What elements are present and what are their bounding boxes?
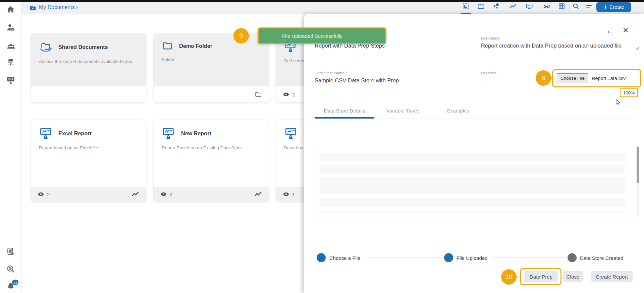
create-button-label: Create	[609, 4, 624, 10]
data-store-name-value[interactable]: Sample CSV Data Store with Prep	[315, 77, 473, 87]
step-label-file-uploaded: File Uploaded	[457, 255, 488, 261]
tab-variable-types[interactable]: Variable Types	[374, 105, 431, 119]
views-count: 2	[283, 91, 295, 98]
bubble-chart-icon[interactable]	[492, 2, 500, 10]
success-toast: File Uploaded Successfully	[258, 27, 386, 44]
eye-icon	[283, 91, 289, 98]
step-dot-data-store-created: ✓	[568, 253, 577, 262]
presentation-icon[interactable]	[525, 2, 533, 10]
data-prep-button[interactable]: Data Prep	[524, 271, 558, 282]
zoom-level-badge: 100%	[620, 88, 638, 97]
line-chart-icon[interactable]	[509, 2, 517, 10]
grid-icon[interactable]	[558, 2, 566, 10]
close-icon[interactable]: ✕	[623, 27, 629, 34]
search-icon[interactable]	[572, 2, 580, 10]
skeleton-row	[320, 164, 625, 173]
card-excel-report[interactable]: Excel Report Report based on an Excel fi…	[31, 120, 146, 202]
description-field-value[interactable]: Report creation with Data Prep based on …	[481, 43, 639, 52]
step-label-data-store-created: Data Store Created	[580, 255, 623, 261]
breadcrumb-label[interactable]: My Documents	[39, 4, 75, 10]
back-arrow-icon[interactable]: ←	[606, 26, 614, 35]
step-dot-choose-a-file: ✓	[317, 253, 326, 262]
scrollbar-thumb[interactable]	[637, 147, 639, 183]
home-icon[interactable]	[6, 5, 15, 14]
card-header: New Report	[154, 120, 269, 140]
dashboard-select-icon[interactable]	[462, 2, 470, 10]
card-footer	[31, 86, 146, 102]
step-connector	[492, 258, 567, 258]
user-settings-icon[interactable]	[6, 23, 15, 32]
eye-icon	[283, 191, 289, 198]
description-field[interactable]: Description Report creation with Data Pr…	[481, 36, 639, 52]
card-header: Excel Report	[31, 120, 146, 140]
data-store-name-field[interactable]: Data Store Name * Sample CSV Data Store …	[315, 71, 473, 87]
card-title: New Report	[181, 130, 211, 137]
audit-log-icon[interactable]	[6, 247, 15, 256]
card-description: Report Based on an Existing Data Store	[154, 144, 269, 152]
panel-tabs: Data Store Details Variable Types Exampl…	[315, 105, 636, 119]
folder-icon	[162, 40, 173, 52]
folder-dropdown-icon[interactable]	[29, 4, 37, 12]
card-title: Excel Report	[58, 130, 92, 137]
line-chart-icon[interactable]	[131, 190, 139, 198]
data-store-name-label: Data Store Name *	[315, 71, 473, 75]
card-demo-folder[interactable]: Demo Folder Folder	[154, 33, 269, 102]
folder-icon[interactable]	[477, 2, 485, 10]
card-footer: 2	[31, 187, 146, 202]
description-field-label: Description	[481, 36, 639, 40]
views-count: 2	[160, 191, 172, 198]
views-count: 2	[38, 191, 50, 198]
card-description: Report based on an Excel file	[31, 144, 146, 152]
sort-icon[interactable]	[585, 2, 593, 10]
data-stores-icon[interactable]	[6, 58, 15, 67]
data-store-details-content	[315, 146, 636, 217]
tab-examples[interactable]: Examples	[431, 105, 485, 119]
eye-icon	[38, 191, 44, 198]
resize-handle-icon[interactable]	[636, 47, 639, 50]
annotation-bubble-9: 9	[233, 28, 249, 44]
choose-file-button[interactable]: Choose File	[557, 73, 588, 83]
skeleton-row	[320, 211, 625, 214]
check-icon: ✓	[570, 255, 574, 260]
toolbar-divider	[569, 4, 570, 10]
report-icon	[39, 127, 52, 140]
views-count: 1	[283, 191, 295, 198]
plus-icon: +	[603, 4, 607, 10]
card-header: Shared Documents	[31, 33, 146, 54]
tab-data-store-details[interactable]: Data Store Details	[315, 105, 374, 119]
card-shared-documents[interactable]: Shared Documents Access the shared docum…	[31, 33, 146, 102]
data-search-icon[interactable]	[6, 265, 15, 274]
step-label-choose-a-file: Choose a File	[329, 255, 361, 261]
card-title: Demo Folder	[179, 43, 212, 49]
breadcrumb-chevron-icon: ›	[76, 4, 78, 10]
card-description: Access the shared documents available to…	[31, 58, 146, 65]
line-chart-icon[interactable]	[254, 190, 262, 198]
card-title: Shared Documents	[58, 44, 108, 50]
folder-icon[interactable]	[255, 91, 262, 98]
card-footer: 2	[154, 187, 269, 202]
mouse-cursor	[616, 99, 621, 106]
eye-icon	[160, 191, 167, 198]
link-icon[interactable]	[543, 2, 551, 10]
skeleton-row	[320, 198, 625, 207]
report-icon	[284, 127, 298, 140]
report-icon	[162, 127, 175, 140]
create-button[interactable]: +Create	[596, 2, 631, 12]
breadcrumb[interactable]: My Documents ›	[39, 4, 78, 10]
user-groups-icon[interactable]	[6, 42, 16, 52]
skeleton-row	[320, 153, 625, 161]
shared-documents-icon	[39, 40, 52, 54]
annotation-bubble-10: 10	[501, 269, 517, 285]
check-icon: ✓	[447, 255, 450, 260]
reports-icon[interactable]	[6, 76, 15, 85]
close-button[interactable]: Close	[563, 271, 583, 282]
notification-badge: 23	[12, 280, 18, 285]
window-top-strip	[0, 0, 644, 2]
uploaded-filename: Report...ata.csv	[592, 76, 626, 81]
step-dot-file-uploaded: ✓	[444, 253, 453, 262]
step-connector	[368, 258, 443, 258]
skeleton-row	[320, 177, 625, 194]
card-footer	[154, 86, 269, 102]
card-new-report[interactable]: New Report Report Based on an Existing D…	[154, 120, 269, 202]
create-report-button[interactable]: Create Report	[591, 271, 633, 282]
